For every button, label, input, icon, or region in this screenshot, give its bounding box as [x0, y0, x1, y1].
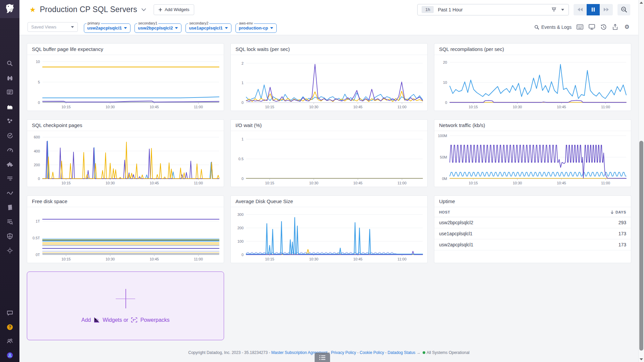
- svg-text:10:15: 10:15: [265, 105, 274, 109]
- scrollbar-thumb[interactable]: [639, 141, 643, 351]
- pause-button[interactable]: [587, 4, 600, 15]
- template-variable-secondary1[interactable]: secondary1usw2bpcplsqlcl2: [135, 23, 181, 33]
- share-export-icon[interactable]: [612, 24, 619, 31]
- rewind-button[interactable]: [574, 4, 587, 15]
- footer-link[interactable]: Privacy Policy: [331, 350, 356, 355]
- add-widgets-label: Add Widgets: [165, 7, 190, 12]
- template-variable-primary[interactable]: primaryusw2apcplsqlcl1: [84, 23, 130, 33]
- logs-filter-icon[interactable]: [6, 175, 13, 182]
- browser-scrollbar[interactable]: [638, 0, 644, 362]
- widget-io-wait[interactable]: I/O wait (%)00.5110:1510:3010:4511:00: [230, 119, 428, 187]
- search-small-icon: [534, 25, 539, 29]
- chevron-down-icon: [124, 27, 127, 29]
- floating-list-button[interactable]: [315, 353, 330, 362]
- svg-text:0: 0: [241, 101, 244, 105]
- metrics-icon[interactable]: [6, 103, 13, 110]
- widget-avg-disk-queue[interactable]: Average Disk Queue Size010020030010:1510…: [230, 195, 428, 263]
- fast-forward-button[interactable]: [600, 4, 613, 15]
- title-chevron-down-icon[interactable]: [141, 7, 146, 13]
- notebooks-icon[interactable]: [6, 204, 13, 211]
- scrollbar-up-arrow[interactable]: [640, 2, 643, 4]
- events-logs-button[interactable]: Events & Logs: [534, 24, 572, 30]
- host-column-header[interactable]: HOST: [439, 210, 450, 214]
- uptime-row-use1apcplsqlcl1[interactable]: use1apcplsqlcl1173: [434, 228, 631, 239]
- svg-text:0.5T: 0.5T: [33, 236, 40, 240]
- widget-lock-waits[interactable]: SQL lock waits (per sec)01210:1510:3010:…: [230, 43, 428, 111]
- svg-text:600: 600: [34, 135, 40, 139]
- add-widgets-button[interactable]: Add Widgets: [154, 4, 194, 15]
- template-variable-aws-env[interactable]: aws-envproduction-cp: [235, 23, 277, 33]
- checkpoint-pages-chart: 020040060010:1510:3010:4511:00: [27, 131, 224, 187]
- infrastructure-hexagons-icon[interactable]: [6, 117, 13, 124]
- watchdog-binoculars-icon[interactable]: [6, 74, 13, 81]
- time-range-control[interactable]: 1h Past 1 Hour: [417, 4, 569, 15]
- chat-bubble-icon[interactable]: [6, 309, 13, 316]
- days-column-header[interactable]: DAYS: [610, 210, 626, 214]
- network-globe-icon[interactable]: [6, 247, 13, 254]
- integrations-puzzle-icon[interactable]: [6, 161, 13, 168]
- datadog-logo[interactable]: [0, 0, 19, 18]
- svg-text:11:00: 11:00: [194, 257, 203, 261]
- time-range-chevron-icon[interactable]: [561, 8, 565, 11]
- sidebar-nav-icons: [6, 60, 13, 254]
- svg-text:300: 300: [237, 213, 244, 217]
- uptime-row-usw2apcplsqlcl1[interactable]: usw2apcplsqlcl1173: [434, 239, 631, 250]
- dashboard-toolbar: Saved Views primaryusw2apcplsqlcl1second…: [19, 19, 638, 35]
- dashboards-icon[interactable]: [6, 88, 13, 96]
- bar-chart-icon: [94, 317, 100, 323]
- pin-icon[interactable]: [551, 7, 557, 12]
- widget-buffer-page-life[interactable]: SQL buffer page life expectancy051010:15…: [27, 43, 224, 111]
- favorite-star-icon[interactable]: ★: [30, 6, 36, 14]
- svg-text:20: 20: [443, 60, 447, 64]
- footer-link[interactable]: Cookie Policy: [360, 350, 384, 355]
- copyright-text: Copyright Datadog, Inc. 2023 - 35.182342…: [188, 350, 271, 355]
- history-icon[interactable]: [600, 24, 607, 31]
- widget-uptime[interactable]: UptimeHOSTDAYSusw2bpcplsqlcl2293use1apcp…: [434, 195, 631, 263]
- days-cell: 173: [619, 242, 626, 247]
- free-disk-space-chart-body: 0T0.5T1T10:1510:3010:4511:00: [27, 207, 224, 263]
- svg-text:10:45: 10:45: [150, 257, 159, 261]
- svg-text:11:00: 11:00: [194, 181, 203, 185]
- svg-text:10:30: 10:30: [513, 105, 522, 109]
- uptime-row-usw2bpcplsqlcl2[interactable]: usw2bpcplsqlcl2293: [434, 217, 631, 228]
- avg-disk-queue-chart: 010020030010:1510:3010:4511:00: [231, 207, 427, 263]
- org-users-icon[interactable]: [6, 338, 13, 345]
- svg-text:10:15: 10:15: [469, 105, 478, 109]
- settings-gear-icon[interactable]: ⚙: [624, 24, 630, 31]
- tv-mode-icon[interactable]: [588, 24, 595, 31]
- variable-label: secondary1: [137, 21, 158, 25]
- powerpacks-icon: [131, 317, 137, 322]
- security-shield-icon[interactable]: [6, 233, 13, 240]
- checkpoint-pages-chart-body: 020040060010:1510:3010:4511:00: [27, 131, 224, 187]
- svg-text:50M: 50M: [440, 155, 447, 159]
- saved-views-dropdown[interactable]: Saved Views: [28, 22, 78, 32]
- widget-checkpoint-pages[interactable]: SQL checkpoint pages020040060010:1510:30…: [27, 119, 224, 187]
- svg-text:1: 1: [241, 81, 244, 85]
- chevron-down-icon: [225, 27, 228, 29]
- widget-free-disk-space[interactable]: Free disk space0T0.5T1T10:1510:3010:4511…: [27, 195, 224, 263]
- svg-text:10:15: 10:15: [265, 257, 274, 261]
- svg-text:11:00: 11:00: [397, 257, 407, 261]
- monitors-gauge-icon[interactable]: [6, 146, 13, 153]
- widget-title: Network traffic (kb/s): [434, 120, 631, 131]
- template-variable-secondary2[interactable]: secondary2use1apcplsqlcl1: [185, 23, 231, 33]
- keyboard-shortcuts-icon[interactable]: [577, 24, 583, 31]
- bits-ai-icon[interactable]: [6, 352, 13, 359]
- svg-text:?: ?: [8, 325, 11, 329]
- footer-link[interactable]: Datadog Status: [388, 350, 416, 355]
- search-icon[interactable]: [6, 60, 13, 67]
- widget-title: I/O wait (%): [231, 120, 427, 131]
- apm-traces-icon[interactable]: [6, 189, 13, 196]
- widget-title: Average Disk Queue Size: [231, 196, 427, 207]
- widget-recompilations[interactable]: SQL recompilations (per sec)0102010:1510…: [434, 43, 631, 111]
- log-explorer-icon[interactable]: [6, 218, 13, 225]
- variable-label: secondary2: [188, 21, 209, 25]
- help-icon[interactable]: ?: [6, 323, 13, 330]
- zoom-out-button[interactable]: [618, 4, 630, 15]
- synthetics-icon[interactable]: [6, 132, 13, 139]
- add-widget-placeholder[interactable]: Add Widgets or Powerpacks: [27, 272, 224, 340]
- avg-disk-queue-chart-body: 010020030010:1510:3010:4511:00: [231, 207, 427, 263]
- scrollbar-down-arrow[interactable]: [640, 358, 643, 360]
- widget-network-traffic[interactable]: Network traffic (kb/s)0M50M100M10:1510:3…: [434, 119, 631, 187]
- add-widget-text: Add Widgets or Powerpacks: [81, 317, 169, 323]
